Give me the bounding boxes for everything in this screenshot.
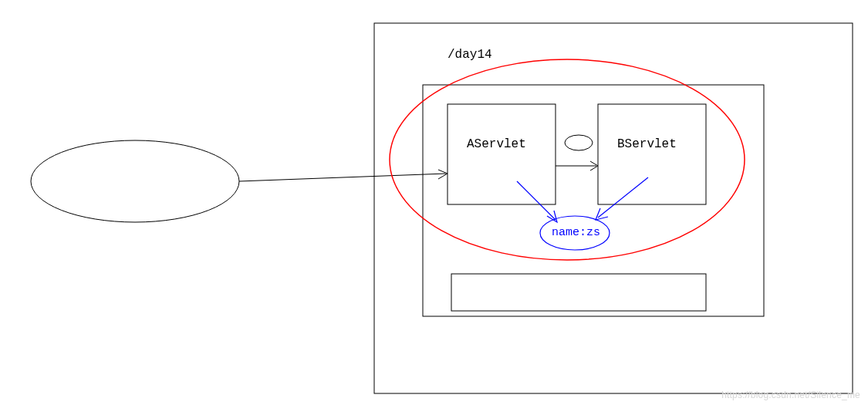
bservlet-label: BServlet bbox=[617, 137, 677, 151]
aservlet-box bbox=[448, 104, 556, 204]
diagram-svg bbox=[0, 0, 868, 405]
inner-container-box bbox=[423, 85, 764, 316]
aservlet-label: AServlet bbox=[467, 137, 526, 151]
small-connector-ellipse bbox=[565, 135, 593, 150]
arrow-b-to-data-line bbox=[598, 177, 648, 218]
diagram-stage: /day14 AServlet BServlet name:zs https:/… bbox=[0, 0, 868, 405]
watermark-text: https://blog.csdn.net/Silence_me bbox=[721, 390, 860, 400]
bservlet-box bbox=[598, 104, 706, 204]
bottom-bar-box bbox=[451, 274, 706, 311]
outer-container-box bbox=[374, 23, 853, 393]
client-ellipse bbox=[31, 140, 239, 222]
client-to-server-arrowhead bbox=[438, 170, 448, 179]
client-to-server-line bbox=[239, 174, 446, 181]
context-path-label: /day14 bbox=[448, 48, 492, 62]
shared-data-label: name:zs bbox=[552, 226, 600, 239]
arrow-a-to-data-line bbox=[517, 181, 556, 220]
